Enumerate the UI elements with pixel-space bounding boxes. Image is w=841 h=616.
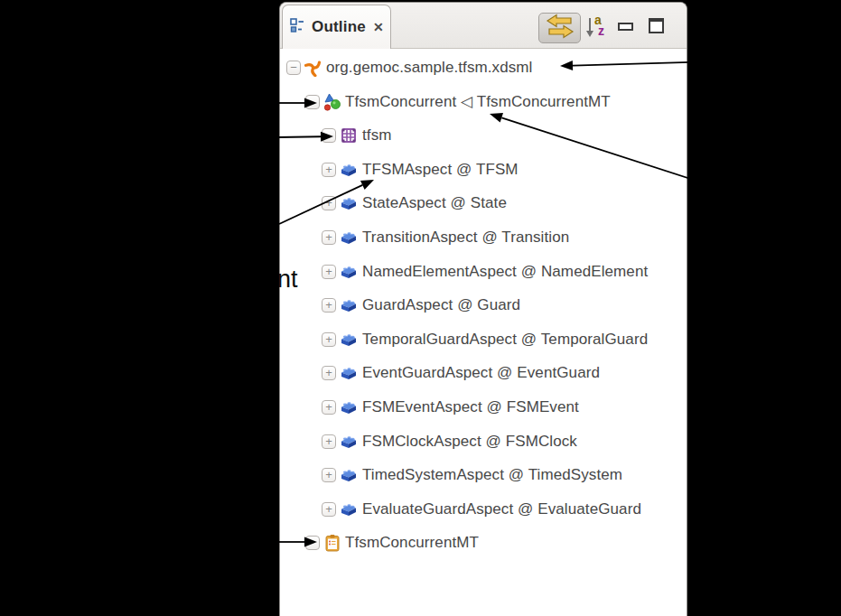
outline-view-icon — [290, 17, 306, 37]
tree-row[interactable]: TfsmConcurrent ◁ TfsmConcurrentMT — [280, 89, 687, 116]
aspect-icon — [340, 161, 358, 179]
tab-outline[interactable]: Outline ✕ — [282, 5, 391, 49]
outline-view-panel: Outline ✕ a z — [279, 2, 687, 616]
tree-item-label: EvaluateGuardAspect @ EvaluateGuard — [362, 496, 641, 523]
expander-box[interactable]: + — [322, 366, 336, 380]
tree-item-label: StateAspect @ State — [362, 190, 507, 217]
tree-item-label: TransitionAspect @ Transition — [362, 224, 569, 251]
aspect-icon — [340, 331, 358, 349]
minimize-view-button[interactable] — [618, 23, 633, 31]
expander-box[interactable]: + — [322, 230, 336, 245]
expander-box[interactable]: + — [322, 298, 336, 313]
expander-box[interactable]: + — [322, 163, 336, 177]
tree-item-label: TimedSystemAspect @ TimedSystem — [362, 462, 622, 489]
aspect-icon — [340, 263, 358, 281]
expander-box[interactable]: + — [322, 468, 336, 482]
tree-item-label: EventGuardAspect @ EventGuard — [362, 359, 600, 387]
tree-item-label: tfsm — [362, 122, 392, 149]
close-tab-icon[interactable]: ✕ — [373, 20, 384, 34]
tree-item-label: TfsmConcurrentMT — [345, 529, 479, 556]
tree-row[interactable]: + TemporalGuardAspect @ TemporalGuard — [280, 326, 687, 353]
tree-row[interactable]: + TimedSystemAspect @ TimedSystem — [280, 462, 687, 489]
expander-box[interactable]: + — [322, 332, 336, 347]
expander-box[interactable]: + — [322, 502, 336, 517]
link-with-editor-button[interactable] — [538, 13, 581, 43]
clipped-annotation-text: nt — [277, 266, 298, 294]
tree-row[interactable]: + EvaluateGuardAspect @ EvaluateGuard — [280, 496, 687, 523]
tree-row[interactable]: + NamedElementAspect @ NamedElement — [280, 258, 687, 285]
expander-box[interactable] — [305, 95, 320, 109]
view-header: Outline ✕ a z — [280, 3, 687, 49]
expander-box[interactable]: − — [286, 61, 301, 75]
metamodel-icon — [340, 126, 358, 145]
tree-row[interactable]: + EventGuardAspect @ EventGuard — [280, 359, 687, 387]
clipboard-icon — [323, 534, 341, 552]
tree-row[interactable]: + FSMClockAspect @ FSMClock — [280, 428, 687, 455]
expander-box[interactable]: + — [322, 400, 336, 415]
aspect-icon — [340, 229, 358, 247]
screenshot-root: Outline ✕ a z — [0, 0, 841, 616]
aspect-icon — [340, 194, 358, 212]
aspect-icon — [340, 296, 358, 314]
tree-row[interactable]: TfsmConcurrentMT — [280, 529, 687, 556]
expander-box[interactable] — [322, 128, 336, 143]
tab-title: Outline — [312, 18, 366, 36]
link-with-editor-icon — [544, 13, 576, 43]
aspect-icon — [340, 500, 358, 518]
expander-box[interactable]: + — [322, 196, 336, 210]
tree-row[interactable]: tfsm — [280, 122, 687, 149]
tree-item-label: FSMClockAspect @ FSMClock — [362, 428, 577, 455]
tree-row[interactable]: + TFSMAspect @ TFSM — [280, 156, 687, 183]
tree-row[interactable]: − org.gemoc.sample.tfsm.xdsml — [280, 54, 687, 81]
tree-item-label: TfsmConcurrent ◁ TfsmConcurrentMT — [345, 89, 611, 116]
gemoc-logo-icon — [304, 59, 322, 77]
aspect-icon — [340, 466, 358, 484]
tree-row[interactable]: + TransitionAspect @ Transition — [280, 224, 687, 251]
aspect-icon — [340, 364, 358, 382]
tree-item-label: TemporalGuardAspect @ TemporalGuard — [362, 326, 648, 353]
aspect-icon — [340, 398, 358, 416]
aspect-icon — [340, 433, 358, 451]
tree-row[interactable]: + FSMEventAspect @ FSMEvent — [280, 394, 687, 421]
tree-row[interactable]: + StateAspect @ State — [280, 190, 687, 217]
sort-alphabetical-icon: a z — [584, 14, 610, 40]
expander-box[interactable]: + — [322, 434, 336, 449]
maximize-view-button[interactable] — [649, 18, 664, 33]
concurrent-language-icon — [323, 93, 341, 111]
tree-row[interactable]: + GuardAspect @ Guard — [280, 292, 687, 319]
sort-letter-z: z — [598, 23, 604, 38]
tree-item-label: GuardAspect @ Guard — [362, 292, 520, 319]
tree-item-label: org.gemoc.sample.tfsm.xdsml — [326, 54, 533, 81]
sort-alphabetical-button[interactable]: a z — [584, 14, 611, 41]
tree-item-label: TFSMAspect @ TFSM — [362, 156, 519, 183]
tree-item-label: FSMEventAspect @ FSMEvent — [362, 394, 579, 421]
tree-item-label: NamedElementAspect @ NamedElement — [362, 258, 648, 285]
expander-box[interactable]: + — [322, 265, 336, 279]
expander-box[interactable] — [305, 536, 320, 550]
